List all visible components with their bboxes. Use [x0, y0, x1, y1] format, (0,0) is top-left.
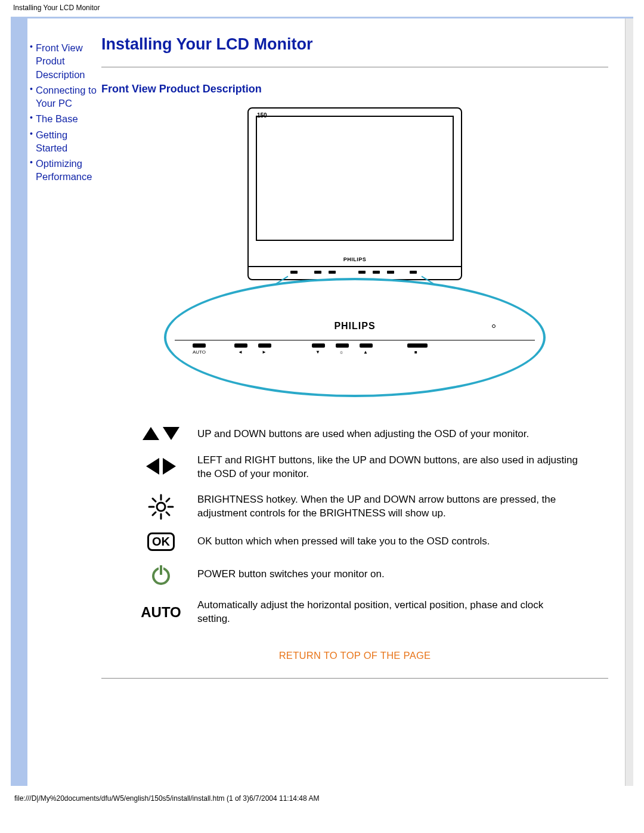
content-frame: Front View Produt Description Connecting… — [11, 17, 633, 786]
main-content: Installing Your LCD Monitor Front View P… — [99, 18, 624, 690]
page-header: Installing Your LCD Monitor — [0, 0, 644, 14]
sidebar-nav: Front View Produt Description Connecting… — [27, 18, 99, 690]
section-heading: Front View Product Description — [101, 83, 608, 95]
monitor-model-label: 150 — [257, 112, 267, 119]
sidebar-link[interactable]: Getting Started — [36, 129, 67, 153]
panel-label-bright: ☼ — [339, 349, 343, 355]
monitor-screen — [256, 116, 454, 241]
panel-brand: PHILIPS — [175, 317, 535, 332]
control-row-leftright: LEFT and RIGHT buttons, like the UP and … — [128, 448, 581, 487]
monitor-button-row — [249, 266, 461, 275]
control-desc: Automatically adjust the horizontal posi… — [194, 593, 581, 632]
control-row-ok: OK OK button which when pressed will tak… — [128, 527, 581, 557]
control-row-brightness: BRIGHTNESS hotkey. When the UP and DOWN … — [128, 487, 581, 527]
panel-label-left: ◄ — [238, 349, 243, 355]
zoom-ellipse: PHILIPS AUTO ◄ ► ▼ — [164, 278, 546, 397]
panel-divider — [175, 340, 535, 340]
monitor-frame: 150 PHILIPS — [247, 107, 462, 280]
panel-buttons: AUTO ◄ ► ▼ ☼ ▲ — [175, 343, 535, 357]
sidebar-link[interactable]: The Base — [36, 113, 78, 124]
sidebar-item-connecting[interactable]: Connecting to Your PC — [30, 82, 99, 112]
monitor-brand-logo: PHILIPS — [249, 256, 461, 262]
footer-file-path: file:///D|/My%20documents/dfu/W5/english… — [0, 792, 644, 809]
sidebar-link[interactable]: Front View Produt Description — [36, 42, 85, 80]
panel-label-up: ▲ — [363, 349, 368, 355]
page-title: Installing Your LCD Monitor — [101, 35, 608, 54]
sidebar-item-optimizing[interactable]: Optimizing Performance — [30, 156, 99, 185]
svg-line-5 — [153, 498, 156, 501]
svg-rect-10 — [159, 565, 163, 575]
control-desc: UP and DOWN buttons are used when adjust… — [194, 421, 581, 448]
panel-label-right: ► — [262, 349, 267, 355]
sidebar-item-getting-started[interactable]: Getting Started — [30, 127, 99, 156]
controls-table: UP and DOWN buttons are used when adjust… — [128, 421, 581, 632]
control-row-auto: AUTO Automatically adjust the horizontal… — [128, 593, 581, 632]
auto-icon: AUTO — [141, 604, 181, 620]
svg-line-6 — [166, 512, 169, 515]
control-desc: LEFT and RIGHT buttons, like the UP and … — [194, 448, 581, 487]
svg-point-0 — [157, 503, 165, 511]
sidebar-item-base[interactable]: The Base — [30, 111, 99, 126]
control-panel-strip: PHILIPS AUTO ◄ ► ▼ — [175, 317, 535, 360]
sidebar-link[interactable]: Connecting to Your PC — [36, 85, 97, 109]
brightness-icon — [148, 494, 174, 520]
svg-line-7 — [153, 512, 156, 515]
power-led-icon — [492, 324, 496, 328]
scrollbar[interactable] — [625, 18, 633, 786]
zoom-panel: PHILIPS AUTO ◄ ► ▼ — [164, 278, 546, 397]
control-desc: BRIGHTNESS hotkey. When the UP and DOWN … — [194, 487, 581, 527]
sidebar-link[interactable]: Optimizing Performance — [36, 158, 92, 182]
divider — [101, 67, 608, 67]
page-header-title: Installing Your LCD Monitor — [13, 4, 100, 12]
monitor-illustration: 150 PHILIPS — [164, 107, 546, 397]
control-row-updown: UP and DOWN buttons are used when adjust… — [128, 421, 581, 448]
control-desc: POWER button switches your monitor on. — [194, 557, 581, 593]
panel-label-ok: ■ — [414, 349, 417, 355]
panel-label-auto: AUTO — [193, 349, 206, 355]
panel-label-down: ▼ — [315, 349, 320, 355]
return-to-top-link[interactable]: RETURN TO TOP OF THE PAGE — [101, 650, 608, 661]
power-icon — [149, 563, 173, 587]
divider — [101, 678, 608, 679]
svg-line-8 — [166, 498, 169, 501]
up-down-arrows-icon — [143, 427, 179, 440]
control-desc: OK button which when pressed will take y… — [194, 527, 581, 557]
control-row-power: POWER button switches your monitor on. — [128, 557, 581, 593]
ok-icon: OK — [147, 532, 175, 551]
left-right-arrows-icon — [146, 458, 176, 475]
sidebar-item-front-view[interactable]: Front View Produt Description — [30, 40, 99, 82]
